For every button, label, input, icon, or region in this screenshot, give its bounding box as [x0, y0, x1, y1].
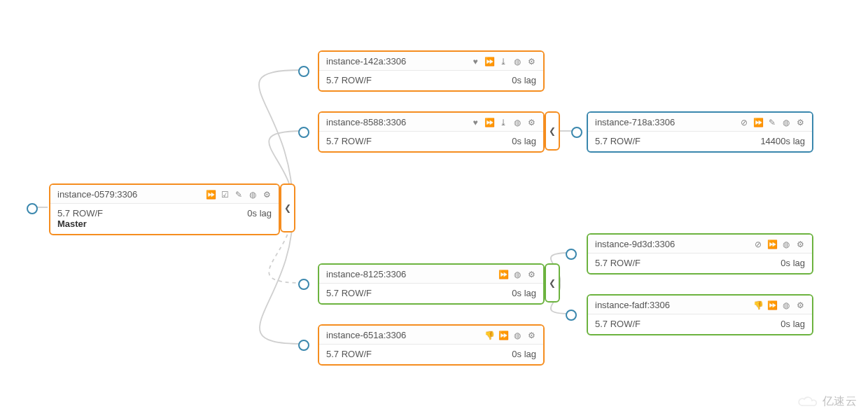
- pencil-icon[interactable]: ✎: [767, 118, 777, 127]
- node-8125-icons: ⏩ ◍ ⚙: [498, 270, 536, 279]
- fast-forward-icon[interactable]: ⏩: [767, 300, 777, 310]
- stop-icon[interactable]: ⊘: [753, 240, 763, 249]
- globe-icon[interactable]: ◍: [248, 190, 258, 200]
- node-master[interactable]: instance-0579:3306 ⏩ ☑ ✎ ◍ ⚙ 5.7 ROW/F M…: [49, 183, 280, 235]
- port-n142a: [298, 66, 309, 77]
- gear-icon[interactable]: ⚙: [526, 331, 536, 340]
- node-master-icons: ⏩ ☑ ✎ ◍ ⚙: [206, 190, 272, 200]
- gear-icon[interactable]: ⚙: [526, 118, 536, 127]
- fast-forward-icon[interactable]: ⏩: [498, 331, 508, 340]
- collapse-8588[interactable]: ❮: [545, 111, 560, 151]
- pencil-icon[interactable]: ✎: [234, 190, 244, 200]
- node-651a-lag: 0s lag: [512, 349, 536, 359]
- port-n9d3d: [566, 249, 577, 260]
- node-8588-icons: ♥ ⏩ ⤓ ◍ ⚙: [470, 118, 536, 127]
- node-master-role: Master: [57, 219, 103, 229]
- globe-icon[interactable]: ◍: [512, 57, 522, 67]
- port-n718a: [571, 127, 582, 138]
- thumbs-down-icon[interactable]: 👎: [753, 300, 763, 310]
- node-718a-title: instance-718a:3306: [595, 117, 675, 127]
- gear-icon[interactable]: ⚙: [795, 240, 805, 249]
- node-651a-icons: 👎 ⏩ ◍ ⚙: [484, 331, 536, 340]
- port-nfadf: [566, 310, 577, 321]
- node-142a[interactable]: instance-142a:3306 ♥ ⏩ ⤓ ◍ ⚙ 5.7 ROW/F 0…: [318, 50, 545, 92]
- globe-icon[interactable]: ◍: [781, 300, 791, 310]
- port-n651a: [298, 340, 309, 351]
- fast-forward-icon[interactable]: ⏩: [498, 270, 508, 279]
- download-icon[interactable]: ⤓: [498, 57, 508, 67]
- cloud-icon: [797, 395, 818, 409]
- node-8125-version: 5.7 ROW/F: [326, 288, 372, 298]
- node-718a-version: 5.7 ROW/F: [595, 136, 640, 146]
- topology-canvas: instance-0579:3306 ⏩ ☑ ✎ ◍ ⚙ 5.7 ROW/F M…: [0, 0, 868, 416]
- checkbox-icon[interactable]: ☑: [220, 190, 230, 200]
- globe-icon[interactable]: ◍: [512, 270, 522, 279]
- node-718a-icons: ⊘ ⏩ ✎ ◍ ⚙: [739, 118, 805, 127]
- node-8125[interactable]: instance-8125:3306 ⏩ ◍ ⚙ 5.7 ROW/F 0s la…: [318, 263, 545, 305]
- node-master-lag: 0s lag: [247, 208, 272, 229]
- node-9d3d-lag: 0s lag: [780, 258, 805, 268]
- fast-forward-icon[interactable]: ⏩: [753, 118, 763, 127]
- node-fadf-lag: 0s lag: [780, 319, 805, 329]
- watermark-text: 亿速云: [822, 394, 858, 409]
- node-8588-lag: 0s lag: [512, 136, 536, 146]
- gear-icon[interactable]: ⚙: [526, 57, 536, 67]
- gear-icon[interactable]: ⚙: [262, 190, 272, 200]
- collapse-8125[interactable]: ❮: [545, 263, 560, 303]
- node-9d3d[interactable]: instance-9d3d:3306 ⊘ ⏩ ◍ ⚙ 5.7 ROW/F 0s …: [587, 233, 813, 275]
- fast-forward-icon[interactable]: ⏩: [767, 240, 777, 249]
- fast-forward-icon[interactable]: ⏩: [206, 190, 216, 200]
- node-718a-lag: 14400s lag: [760, 136, 805, 146]
- thumbs-down-icon[interactable]: 👎: [484, 331, 494, 340]
- chevron-left-icon: ❮: [284, 204, 291, 212]
- node-718a[interactable]: instance-718a:3306 ⊘ ⏩ ✎ ◍ ⚙ 5.7 ROW/F 1…: [587, 111, 813, 153]
- fast-forward-icon[interactable]: ⏩: [484, 57, 494, 67]
- gear-icon[interactable]: ⚙: [795, 118, 805, 127]
- node-8588-version: 5.7 ROW/F: [326, 136, 372, 146]
- node-fadf-icons: 👎 ⏩ ◍ ⚙: [753, 300, 805, 310]
- node-fadf[interactable]: instance-fadf:3306 👎 ⏩ ◍ ⚙ 5.7 ROW/F 0s …: [587, 294, 813, 335]
- collapse-master[interactable]: ❮: [280, 183, 295, 233]
- node-8588[interactable]: instance-8588:3306 ♥ ⏩ ⤓ ◍ ⚙ 5.7 ROW/F 0…: [318, 111, 545, 153]
- watermark: 亿速云: [797, 394, 858, 409]
- node-142a-version: 5.7 ROW/F: [326, 75, 372, 85]
- node-651a-title: instance-651a:3306: [326, 330, 406, 340]
- stop-icon[interactable]: ⊘: [739, 118, 749, 127]
- node-142a-lag: 0s lag: [512, 75, 536, 85]
- node-142a-title: instance-142a:3306: [326, 56, 406, 67]
- node-9d3d-version: 5.7 ROW/F: [595, 258, 640, 268]
- node-9d3d-icons: ⊘ ⏩ ◍ ⚙: [753, 240, 805, 249]
- port-n8125: [298, 279, 309, 290]
- node-fadf-title: instance-fadf:3306: [595, 300, 670, 310]
- chevron-left-icon: ❮: [549, 127, 556, 135]
- heart-icon[interactable]: ♥: [470, 57, 480, 67]
- node-651a[interactable]: instance-651a:3306 👎 ⏩ ◍ ⚙ 5.7 ROW/F 0s …: [318, 324, 545, 366]
- node-142a-icons: ♥ ⏩ ⤓ ◍ ⚙: [470, 57, 536, 67]
- gear-icon[interactable]: ⚙: [526, 270, 536, 279]
- node-master-title: instance-0579:3306: [57, 189, 137, 200]
- port-n8588: [298, 127, 309, 138]
- gear-icon[interactable]: ⚙: [795, 300, 805, 310]
- chevron-left-icon: ❮: [549, 279, 556, 287]
- heart-icon[interactable]: ♥: [470, 118, 480, 127]
- node-fadf-version: 5.7 ROW/F: [595, 319, 640, 329]
- node-8588-title: instance-8588:3306: [326, 117, 406, 127]
- node-8125-title: instance-8125:3306: [326, 269, 406, 279]
- globe-icon[interactable]: ◍: [512, 331, 522, 340]
- fast-forward-icon[interactable]: ⏩: [484, 118, 494, 127]
- download-icon[interactable]: ⤓: [498, 118, 508, 127]
- node-9d3d-title: instance-9d3d:3306: [595, 239, 675, 249]
- node-master-version: 5.7 ROW/F: [57, 208, 103, 219]
- node-8125-lag: 0s lag: [512, 288, 536, 298]
- globe-icon[interactable]: ◍: [781, 118, 791, 127]
- port-root: [27, 203, 38, 214]
- node-651a-version: 5.7 ROW/F: [326, 349, 372, 359]
- globe-icon[interactable]: ◍: [512, 118, 522, 127]
- globe-icon[interactable]: ◍: [781, 240, 791, 249]
